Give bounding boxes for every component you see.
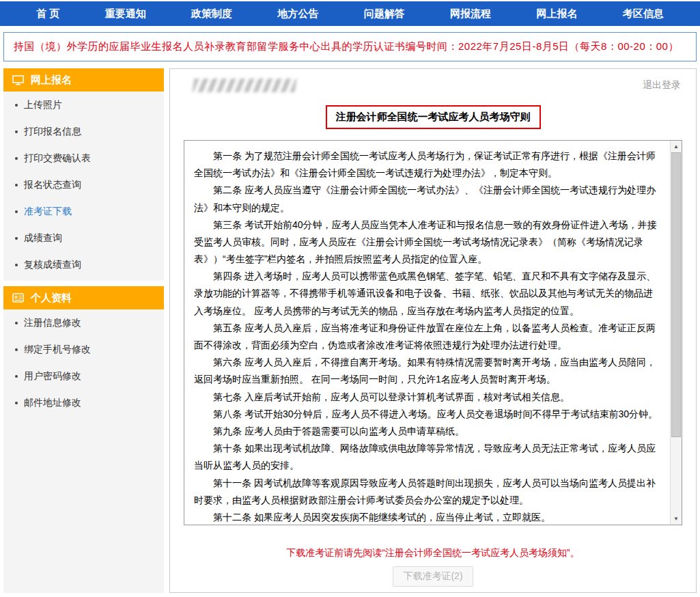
sidebar-item[interactable]: 绑定手机号修改	[3, 336, 164, 363]
bullet-icon	[15, 322, 18, 324]
sidebar-item-label: 上传照片	[24, 99, 62, 111]
sidebar: 网上报名 上传照片 打印报名信息 打印交费确	[3, 68, 164, 593]
rule-paragraph: 第九条 应考人员由于答题需要可以向监考人员申请草稿纸。	[194, 423, 660, 440]
rule-paragraph: 第一条 为了规范注册会计师全国统一考试应考人员考场行为，保证考试正常有序进行，根…	[194, 148, 660, 182]
nav-item[interactable]: 地方公告	[272, 8, 324, 20]
nav-item[interactable]: 问题解答	[359, 8, 410, 20]
id-card-icon	[12, 293, 24, 303]
nav-item[interactable]: 政策制度	[186, 8, 238, 20]
sidebar-item-label: 用户密码修改	[24, 370, 81, 383]
rule-paragraph: 第十条 如果出现考试机故障、网络故障或供电故障等异常情况，导致应考人员无法正常考…	[194, 440, 660, 474]
sidebar-item[interactable]: 邮件地址修改	[3, 389, 164, 416]
sidebar-item[interactable]: 成绩查询	[3, 225, 164, 251]
rule-paragraph: 第十二条 如果应考人员因突发疾病不能继续考试的，应当停止考试，立即就医。	[194, 509, 660, 525]
bullet-icon	[15, 375, 18, 378]
bullet-icon	[15, 184, 18, 186]
download-notice: 下载准考证前请先阅读“注册会计师全国统一考试应考人员考场须知”。	[184, 547, 682, 559]
bullet-icon	[15, 348, 18, 351]
title-row: 注册会计师全国统一考试应考人员考场守则	[184, 105, 682, 129]
sidebar-items-personal-info: 注册信息修改 绑定手机号修改 用户密码修改 邮件地址修改	[3, 309, 164, 416]
sidebar-item[interactable]: 上传照片	[3, 92, 164, 118]
scroll-up-arrow-icon[interactable]: ▲	[671, 141, 682, 152]
monitor-icon	[12, 75, 24, 85]
sidebar-section-title: 个人资料	[31, 292, 72, 305]
sidebar-item-label: 复核成绩查询	[24, 259, 81, 271]
rule-paragraph: 第七条 入座后考试开始前，应考人员可以登录计算机考试界面，核对考试相关信息。	[194, 389, 660, 406]
nav-item[interactable]: 首 页	[31, 8, 65, 20]
sidebar-header-online-registration: 网上报名	[3, 68, 164, 92]
sidebar-item-label: 邮件地址修改	[24, 397, 81, 409]
sidebar-item-label: 绑定手机号修改	[24, 344, 91, 356]
sidebar-item[interactable]: 打印交费确认表	[3, 145, 164, 171]
sidebar-item-label: 报名状态查询	[24, 179, 81, 191]
notice-text: 持国（境）外学历的应届毕业生报名人员补录教育部留学服务中心出具的学历认证书编号时…	[14, 40, 679, 53]
logout-link[interactable]: 退出登录	[643, 79, 681, 92]
username-redacted	[193, 79, 297, 92]
bullet-icon	[15, 104, 18, 107]
button-row: 下载准考证(2)	[184, 566, 682, 587]
download-admission-ticket-button[interactable]: 下载准考证(2)	[393, 566, 473, 587]
rule-paragraph: 第六条 应考人员入座后，不得擅自离开考场。如果有特殊情况需要暂时离开考场，应当由…	[194, 354, 660, 388]
exam-rules-text: 第一条 为了规范注册会计师全国统一考试应考人员考场行为，保证考试正常有序进行，根…	[184, 141, 670, 525]
sidebar-item[interactable]: 准考证下载	[3, 198, 164, 225]
content-header: 退出登录	[184, 77, 682, 94]
bullet-icon	[15, 157, 18, 160]
sidebar-item[interactable]: 用户密码修改	[3, 363, 164, 389]
sidebar-item-label: 准考证下载	[24, 206, 72, 218]
sidebar-section-online-registration: 网上报名 上传照片 打印报名信息 打印交费确	[3, 68, 164, 281]
scrollbar-track[interactable]	[671, 152, 682, 513]
sidebar-item[interactable]: 报名状态查询	[3, 171, 164, 198]
page-title: 注册会计师全国统一考试应考人员考场守则	[326, 105, 541, 129]
rule-paragraph: 第八条 考试开始30分钟后，应考人员不得进入考场。应考人员交卷退场时间不得早于考…	[194, 406, 660, 423]
bullet-icon	[15, 210, 18, 213]
sidebar-section-title: 网上报名	[31, 74, 72, 87]
exam-rules-box: 第一条 为了规范注册会计师全国统一考试应考人员考场行为，保证考试正常有序进行，根…	[184, 140, 682, 525]
bullet-icon	[15, 402, 18, 404]
bullet-icon	[15, 264, 18, 266]
main-layout: 网上报名 上传照片 打印报名信息 打印交费确	[3, 68, 697, 593]
sidebar-item-label: 注册信息修改	[24, 317, 81, 329]
top-nav: 首 页 重要通知 政策制度 地方公告 问题解答 网报流程 网上报名 考区信息	[0, 1, 700, 26]
sidebar-section-personal-info: 个人资料 注册信息修改 绑定手机号修改 用户	[3, 286, 164, 593]
notice-bar: 持国（境）外学历的应届毕业生报名人员补录教育部留学服务中心出具的学历认证书编号时…	[3, 32, 697, 61]
sidebar-item[interactable]: 打印报名信息	[3, 118, 164, 145]
sidebar-item-label: 成绩查询	[24, 232, 62, 245]
content-panel: 退出登录 注册会计师全国统一考试应考人员考场守则 第一条 为了规范注册会计师全国…	[169, 68, 697, 593]
nav-item[interactable]: 重要通知	[100, 8, 152, 20]
sidebar-items-online-registration: 上传照片 打印报名信息 打印交费确认表 报名状态查询	[3, 92, 164, 278]
rule-paragraph: 第十一条 因考试机故障等客观原因导致应考人员答题时间出现损失，应考人员可以当场向…	[194, 475, 660, 509]
rule-paragraph: 第四条 进入考场时，应考人员可以携带蓝色或黑色钢笔、签字笔、铅笔、直尺和不具有文…	[194, 268, 660, 320]
scrollbar-thumb[interactable]	[671, 152, 681, 437]
sidebar-header-personal-info: 个人资料	[3, 286, 164, 309]
bullet-icon	[15, 237, 18, 240]
scrollbar[interactable]: ▲ ▼	[670, 141, 682, 525]
rule-paragraph: 第三条 考试开始前40分钟，应考人员应当凭本人准考证和与报名信息一致的有效身份证…	[194, 217, 660, 268]
sidebar-item[interactable]: 复核成绩查询	[3, 251, 164, 278]
sidebar-item-label: 打印交费确认表	[24, 152, 91, 165]
nav-item[interactable]: 网上报名	[531, 8, 583, 20]
sidebar-item-label: 打印报名信息	[24, 126, 81, 138]
rule-paragraph: 第二条 应考人员应当遵守《注册会计师全国统一考试办法》、《注册会计师全国统一考试…	[194, 182, 660, 216]
nav-item[interactable]: 网报流程	[445, 8, 496, 20]
bullet-icon	[15, 130, 18, 133]
rule-paragraph: 第五条 应考人员入座后，应当将准考证和身份证件放置在座位左上角，以备监考人员检查…	[194, 320, 660, 354]
nav-item[interactable]: 考区信息	[617, 8, 669, 20]
sidebar-item[interactable]: 注册信息修改	[3, 309, 164, 336]
scroll-down-arrow-icon[interactable]: ▼	[671, 513, 682, 525]
